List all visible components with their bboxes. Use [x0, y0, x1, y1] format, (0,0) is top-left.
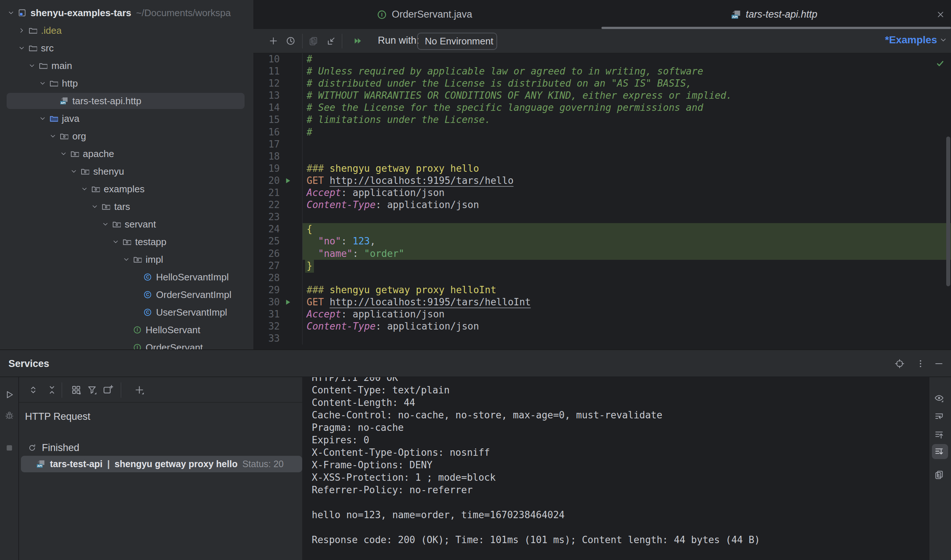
- folder-icon: [49, 79, 58, 88]
- chevron-down-icon[interactable]: [81, 185, 88, 193]
- chevron-down-icon[interactable]: [28, 62, 35, 69]
- tree-item-label: impl: [146, 254, 163, 265]
- chevron-down-icon[interactable]: [102, 220, 109, 228]
- copy-request-icon[interactable]: [308, 36, 318, 46]
- class-icon: C: [143, 290, 152, 299]
- services-tree: HTTP Request Finished API tars-test-api …: [19, 377, 302, 560]
- folder-icon: [39, 61, 47, 70]
- chevron-down-icon[interactable]: [39, 80, 46, 87]
- code-line: Content-Type: application/json: [302, 320, 951, 332]
- package-icon: [91, 185, 100, 193]
- tree-item-apache[interactable]: apache: [0, 145, 253, 163]
- package-icon: [133, 255, 142, 264]
- line-number: 26: [253, 248, 280, 260]
- tree-item--idea[interactable]: .idea: [0, 22, 253, 39]
- services-finished-group[interactable]: Finished: [28, 439, 79, 456]
- tree-item-main[interactable]: main: [0, 57, 253, 74]
- tree-item-helloservant[interactable]: IHelloServant: [0, 321, 253, 339]
- stop-icon[interactable]: [5, 443, 14, 453]
- tree-item-java[interactable]: java: [0, 110, 253, 127]
- editor: 1011121314151617181920212223242526272829…: [253, 53, 951, 349]
- tree-item-testapp[interactable]: testapp: [0, 233, 253, 251]
- tree-item-userservantimpl[interactable]: CUserServantImpl: [0, 303, 253, 321]
- tree-item-impl[interactable]: impl: [0, 251, 253, 268]
- tree-item-orderservant[interactable]: IOrderServant: [0, 339, 253, 349]
- chevron-down-icon[interactable]: [49, 132, 57, 140]
- chevron-down-icon[interactable]: [112, 238, 119, 246]
- code-line: [302, 272, 951, 284]
- chevron-down-icon[interactable]: [18, 45, 25, 52]
- folder-blue-icon: [49, 114, 58, 123]
- run-request-icon[interactable]: [5, 390, 14, 400]
- open-log-icon[interactable]: [327, 36, 336, 46]
- tree-item-helloservantimpl[interactable]: CHelloServantImpl: [0, 268, 253, 286]
- debug-icon[interactable]: [5, 410, 14, 420]
- filter-icon[interactable]: [87, 385, 97, 395]
- minimize-icon[interactable]: [934, 359, 944, 368]
- tree-item-orderservantimpl[interactable]: COrderServantImpl: [0, 286, 253, 303]
- line-number: 30: [253, 296, 280, 308]
- chevron-down-icon: [939, 36, 947, 44]
- scroll-to-end-icon[interactable]: [934, 447, 944, 457]
- svg-text:I: I: [137, 345, 138, 349]
- open-in-new-tab-icon[interactable]: [102, 385, 113, 395]
- view-options-icon[interactable]: [934, 393, 944, 403]
- tab-tars-test-api-http[interactable]: API tars-test-api.http: [731, 0, 817, 29]
- services-root-item[interactable]: HTTP Request: [25, 408, 90, 425]
- expand-all-icon[interactable]: [28, 385, 39, 395]
- tab-orderservant-java[interactable]: I OrderServant.java: [377, 0, 472, 29]
- line-number: 14: [253, 102, 280, 114]
- history-icon[interactable]: [286, 36, 296, 46]
- collapse-all-icon[interactable]: [47, 385, 57, 395]
- run-request-gutter-icon[interactable]: [284, 298, 292, 306]
- environment-value: No Environment: [425, 35, 493, 47]
- services-request-row[interactable]: API tars-test-api | shengyu getway proxy…: [21, 456, 302, 472]
- tree-item-tars-test-api-http[interactable]: APItars-test-api.http: [0, 92, 253, 110]
- api-file-icon: API: [60, 97, 68, 105]
- line-number: 22: [253, 199, 280, 211]
- code-line: [302, 332, 951, 345]
- tree-item-shenyu[interactable]: shenyu: [0, 163, 253, 180]
- chevron-down-icon[interactable]: [123, 256, 130, 263]
- panel-title: Services: [8, 358, 49, 369]
- locate-icon[interactable]: [895, 359, 904, 368]
- tree-item-examples[interactable]: examples: [0, 180, 253, 198]
- api-file-icon: API: [36, 460, 45, 469]
- group-by-icon[interactable]: [71, 385, 82, 395]
- environment-select[interactable]: No Environment: [417, 33, 497, 50]
- response-console[interactable]: HTTP/1.1 200 OK Content-Type: text/plain…: [302, 377, 929, 560]
- add-service-icon[interactable]: [134, 385, 145, 395]
- copy-response-icon[interactable]: [934, 470, 944, 480]
- response-text: HTTP/1.1 200 OK Content-Type: text/plain…: [302, 377, 929, 546]
- chevron-down-icon[interactable]: [39, 115, 46, 122]
- tree-item-tars[interactable]: tars: [0, 198, 253, 215]
- interface-icon: I: [133, 326, 142, 334]
- chevron-down-icon[interactable]: [7, 9, 15, 17]
- tree-item-servant[interactable]: servant: [0, 215, 253, 233]
- tree-item-org[interactable]: org: [0, 127, 253, 145]
- run-request-gutter-icon[interactable]: [284, 177, 292, 185]
- code-area[interactable]: ## Unless required by applicable law or …: [302, 53, 951, 345]
- tree-item-http[interactable]: http: [0, 74, 253, 92]
- soft-wrap-icon[interactable]: [934, 411, 944, 421]
- tree-item-src[interactable]: src: [0, 39, 253, 57]
- editor-scrollbar[interactable]: [946, 137, 950, 286]
- code-line: # distributed under the License is distr…: [302, 77, 951, 89]
- scroll-to-top-icon[interactable]: [934, 430, 944, 440]
- run-all-icon[interactable]: [353, 36, 363, 46]
- chevron-down-icon[interactable]: [91, 203, 99, 210]
- toolbar-separator: [302, 34, 302, 48]
- chevron-down-icon[interactable]: [70, 168, 77, 175]
- examples-run-config[interactable]: *Examples: [885, 34, 947, 46]
- more-options-icon[interactable]: [916, 359, 925, 368]
- tree-item-shenyu-examples-tars[interactable]: shenyu-examples-tars~/Documents/workspa: [0, 4, 253, 22]
- line-number: 15: [253, 114, 280, 126]
- code-line: # Unless required by applicable law or a…: [302, 65, 951, 77]
- tree-item-label: tars-test-api.http: [72, 95, 141, 107]
- chevron-down-icon[interactable]: [60, 150, 67, 157]
- code-line: # See the License for the specific langu…: [302, 102, 951, 114]
- add-request-icon[interactable]: [268, 36, 278, 46]
- chevron-right-icon[interactable]: [18, 27, 25, 34]
- code-line: [302, 138, 951, 151]
- close-icon[interactable]: [936, 10, 945, 19]
